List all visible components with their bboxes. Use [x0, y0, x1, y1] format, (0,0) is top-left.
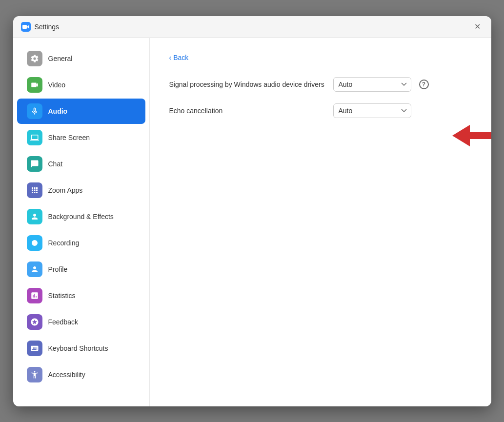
red-arrow — [452, 125, 491, 146]
recording-icon — [27, 235, 42, 251]
sidebar-item-share-screen[interactable]: Share Screen — [17, 125, 145, 150]
sidebar-label-audio: Audio — [48, 107, 68, 115]
titlebar: Settings ✕ — [13, 16, 491, 38]
signal-processing-row: Signal processing by Windows audio devic… — [169, 77, 472, 92]
sidebar-item-general[interactable]: General — [17, 46, 145, 71]
signal-processing-label: Signal processing by Windows audio devic… — [169, 80, 325, 88]
sidebar: General Video Audio Sha — [13, 38, 150, 406]
sidebar-label-general: General — [48, 55, 73, 62]
arrow-annotation — [452, 125, 491, 146]
statistics-icon — [27, 288, 42, 303]
main-panel: ‹ Back Signal processing by Windows audi… — [150, 38, 491, 406]
settings-content: General Video Audio Sha — [13, 38, 491, 406]
echo-cancellation-row: Echo cancellation Auto Enable Disable — [169, 103, 472, 118]
sidebar-label-recording: Recording — [48, 239, 80, 247]
sidebar-label-profile: Profile — [48, 265, 68, 273]
close-button[interactable]: ✕ — [472, 21, 484, 33]
sidebar-item-video[interactable]: Video — [17, 72, 145, 98]
sidebar-item-chat[interactable]: Chat — [17, 151, 145, 177]
back-chevron-icon: ‹ — [169, 54, 172, 61]
echo-cancellation-label: Echo cancellation — [169, 107, 325, 115]
sidebar-label-share-screen: Share Screen — [48, 134, 90, 141]
arrow-head — [452, 125, 470, 146]
sidebar-item-feedback[interactable]: Feedback — [17, 309, 145, 335]
back-link[interactable]: ‹ Back — [169, 54, 189, 61]
feedback-icon — [27, 314, 42, 330]
general-icon — [27, 51, 42, 66]
signal-processing-help-icon[interactable]: ? — [419, 80, 429, 89]
chat-icon — [27, 156, 42, 172]
sidebar-item-recording[interactable]: Recording — [17, 230, 145, 256]
sidebar-item-accessibility[interactable]: Accessibility — [17, 362, 145, 387]
keyboard-shortcuts-icon — [27, 341, 42, 356]
sidebar-label-accessibility: Accessibility — [48, 371, 85, 379]
window-title: Settings — [35, 23, 60, 31]
sidebar-item-zoom-apps[interactable]: Zoom Apps — [17, 178, 145, 203]
audio-icon — [27, 103, 42, 119]
background-effects-icon — [27, 209, 42, 224]
settings-window: Settings ✕ General Video — [13, 16, 491, 406]
sidebar-label-statistics: Statistics — [48, 292, 76, 300]
zoom-apps-icon — [27, 182, 42, 198]
sidebar-item-keyboard-shortcuts[interactable]: Keyboard Shortcuts — [17, 336, 145, 361]
share-screen-icon — [27, 130, 42, 145]
sidebar-item-statistics[interactable]: Statistics — [17, 283, 145, 308]
arrow-body — [470, 132, 491, 139]
sidebar-label-video: Video — [48, 81, 66, 89]
sidebar-label-keyboard-shortcuts: Keyboard Shortcuts — [48, 344, 108, 352]
svg-rect-1 — [22, 25, 27, 29]
video-icon — [27, 77, 42, 93]
titlebar-left: Settings — [21, 22, 60, 32]
sidebar-label-feedback: Feedback — [48, 318, 78, 326]
sidebar-item-profile[interactable]: Profile — [17, 257, 145, 282]
signal-processing-select[interactable]: Auto Enable Disable — [333, 77, 411, 92]
sidebar-label-background-effects: Background & Effects — [48, 213, 114, 221]
accessibility-icon — [27, 367, 42, 382]
sidebar-label-zoom-apps: Zoom Apps — [48, 186, 83, 194]
sidebar-item-audio[interactable]: Audio — [17, 99, 145, 124]
back-label: Back — [173, 54, 188, 61]
sidebar-item-background-effects[interactable]: Background & Effects — [17, 204, 145, 229]
zoom-logo-icon — [21, 22, 31, 32]
profile-icon — [27, 261, 42, 277]
echo-cancellation-select[interactable]: Auto Enable Disable — [333, 103, 411, 118]
sidebar-label-chat: Chat — [48, 160, 63, 168]
svg-point-2 — [32, 240, 38, 246]
